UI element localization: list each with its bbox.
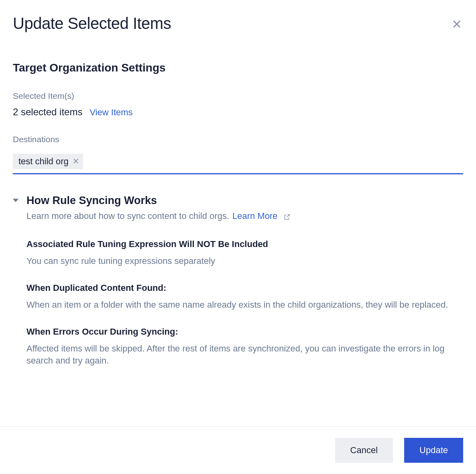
svg-marker-4 bbox=[13, 199, 18, 202]
section-title: Target Organization Settings bbox=[13, 61, 463, 74]
info-block: When Duplicated Content Found: When an i… bbox=[26, 283, 463, 311]
destination-chip: test child org bbox=[13, 154, 83, 169]
destinations-label: Destinations bbox=[13, 135, 463, 144]
info-block: When Errors Occur During Syncing: Affect… bbox=[26, 327, 463, 368]
learn-more-label: Learn More bbox=[232, 211, 278, 221]
selected-items-count: 2 selected items bbox=[13, 106, 82, 118]
info-block: Associated Rule Tuning Expression Will N… bbox=[26, 239, 463, 268]
how-syncing-content: How Rule Syncing Works Learn more about … bbox=[26, 194, 463, 382]
learn-more-link[interactable]: Learn More bbox=[232, 211, 291, 221]
collapse-toggle-button[interactable] bbox=[13, 194, 18, 204]
external-link-icon bbox=[283, 212, 291, 220]
how-subtitle-text: Learn more about how to sync content to … bbox=[26, 211, 229, 221]
selected-items-row: 2 selected items View Items bbox=[13, 106, 463, 118]
info-body: When an item or a folder with the same n… bbox=[26, 299, 463, 311]
info-heading: When Duplicated Content Found: bbox=[26, 283, 463, 293]
info-heading: When Errors Occur During Syncing: bbox=[26, 327, 463, 337]
info-body: Affected items will be skipped. After th… bbox=[26, 343, 463, 368]
info-body: You can sync rule tuning expressions sep… bbox=[26, 255, 463, 268]
modal-header: Update Selected Items bbox=[13, 14, 463, 33]
selected-items-label: Selected Item(s) bbox=[13, 91, 463, 101]
update-button[interactable]: Update bbox=[404, 438, 463, 463]
view-items-link[interactable]: View Items bbox=[90, 107, 132, 118]
close-icon bbox=[452, 19, 462, 31]
cancel-button[interactable]: Cancel bbox=[335, 438, 393, 463]
destination-chip-remove-button[interactable] bbox=[73, 158, 79, 165]
modal-body: Update Selected Items Target Organizatio… bbox=[0, 0, 476, 429]
destination-chip-label: test child org bbox=[18, 156, 69, 167]
modal-footer: Cancel Update bbox=[0, 426, 476, 474]
close-button[interactable] bbox=[450, 18, 463, 33]
how-title: How Rule Syncing Works bbox=[26, 194, 463, 207]
modal-title: Update Selected Items bbox=[13, 14, 171, 33]
how-syncing-section: How Rule Syncing Works Learn more about … bbox=[13, 194, 463, 382]
chevron-down-icon bbox=[13, 198, 18, 204]
how-subtitle: Learn more about how to sync content to … bbox=[26, 211, 463, 221]
destinations-input[interactable]: test child org bbox=[13, 150, 463, 174]
close-icon bbox=[73, 158, 79, 165]
info-heading: Associated Rule Tuning Expression Will N… bbox=[26, 239, 463, 249]
